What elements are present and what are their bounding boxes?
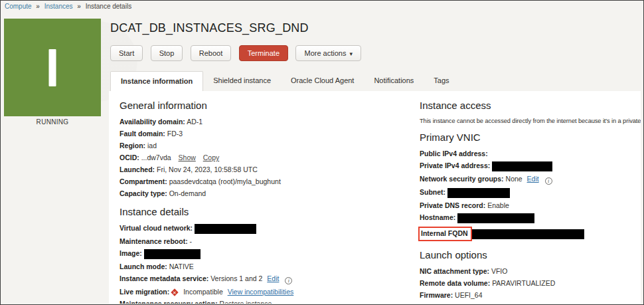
field-hostname: Hostname: (420, 213, 630, 223)
more-actions-label: More actions (304, 49, 346, 57)
field-fault-domain: Fault domain: FD-3 (120, 130, 420, 138)
reboot-button[interactable]: Reboot (191, 45, 231, 61)
redaction-box (447, 188, 510, 198)
breadcrumb-link-compute[interactable]: Compute (5, 3, 32, 10)
internal-fqdn-highlight: Internal FQDN (418, 227, 472, 241)
field-live-migration: Live migration:✕ Incompatible View incom… (120, 288, 420, 296)
instance-information-panel: General information Availability domain:… (109, 91, 641, 304)
field-network-security-groups: Network security groups: None Edit i (420, 175, 630, 185)
field-launched: Launched: Fri, Nov 24, 2023, 10:58:58 UT… (120, 165, 420, 174)
field-subnet: Subnet: (420, 188, 630, 198)
field-image: Image: (120, 249, 420, 259)
breadcrumb-link-instances[interactable]: Instances (44, 3, 73, 10)
field-nic-attachment-type: NIC attachment type: VFIO (420, 267, 630, 276)
incompatible-diamond-icon: ✕ (171, 288, 179, 296)
field-boot-volume-type: Boot volume type: PARAVIRTUALIZED (420, 303, 630, 304)
redaction-box (195, 224, 256, 234)
field-maintenance-reboot: Maintenance reboot: - (120, 237, 420, 246)
field-region: Region: iad (120, 142, 420, 150)
field-maintenance-recovery-action: Maintenance recovery action: Restore ins… (120, 300, 420, 304)
info-icon[interactable]: i (545, 177, 552, 185)
page-title: DCAT_DB_INSTNACES_SRG_DND (110, 21, 641, 35)
stop-button[interactable]: Stop (151, 45, 183, 61)
breadcrumb-current: Instance details (86, 3, 132, 10)
status-badge: RUNNING (4, 118, 101, 126)
instance-details-heading: Instance details (120, 206, 420, 217)
metadata-edit-link[interactable]: Edit (267, 274, 279, 282)
field-compartment: Compartment: paasdevdcatqa (root)/myla_b… (120, 177, 420, 186)
ocid-copy-link[interactable]: Copy (203, 153, 220, 161)
breadcrumb-separator: » (36, 3, 40, 10)
field-firmware: Firmware: UEFI_64 (420, 291, 630, 300)
tab-shielded-instance[interactable]: Shielded instance (203, 71, 281, 91)
instance-state-icon (4, 19, 101, 116)
action-toolbar: Start Stop Reboot Terminate More actions… (110, 45, 641, 61)
nsg-edit-link[interactable]: Edit (527, 175, 539, 183)
redaction-box (144, 249, 201, 259)
instance-letter-glyph (49, 49, 56, 86)
tab-tags[interactable]: Tags (424, 71, 459, 91)
field-internal-fqdn: Internal FQDN (420, 227, 630, 241)
breadcrumb: Compute » Instances » Instance details (5, 3, 131, 10)
field-private-ipv4: Private IPv4 address: (420, 161, 630, 171)
tab-notifications[interactable]: Notifications (364, 71, 424, 91)
tab-oracle-cloud-agent[interactable]: Oracle Cloud Agent (281, 71, 364, 91)
redaction-box (492, 161, 552, 171)
field-capacity-type: Capacity type: On-demand (120, 189, 420, 198)
redaction-box (472, 229, 584, 239)
field-public-ipv4: Public IPv4 address: (420, 150, 630, 158)
redaction-box (457, 213, 534, 223)
caret-down-icon: ▾ (349, 51, 353, 57)
field-instance-metadata-service: Instance metadata service: Versions 1 an… (120, 274, 420, 284)
instance-access-heading: Instance access (420, 100, 630, 111)
main-content: DCAT_DB_INSTNACES_SRG_DND Start Stop Reb… (109, 21, 641, 304)
tab-bar: Instance information Shielded instance O… (110, 71, 641, 91)
start-button[interactable]: Start (110, 45, 143, 61)
terminate-button[interactable]: Terminate (239, 45, 288, 61)
field-launch-mode: Launch mode: NATIVE (120, 262, 420, 271)
more-actions-button[interactable]: More actions▾ (295, 45, 361, 61)
left-column: General information Availability domain:… (120, 100, 420, 304)
info-icon[interactable]: i (285, 277, 292, 284)
tab-instance-information[interactable]: Instance information (110, 71, 203, 91)
launch-options-heading: Launch options (420, 249, 630, 260)
field-private-dns-record: Private DNS record: Enable (420, 201, 630, 210)
oci-instance-details-page: Compute » Instances » Instance details R… (0, 0, 644, 305)
field-remote-data-volume: Remote data volume: PARAVIRTUALIZED (420, 279, 630, 288)
ocid-show-link[interactable]: Show (179, 153, 196, 161)
field-availability-domain: Availability domain: AD-1 (120, 118, 420, 126)
breadcrumb-separator: » (77, 3, 81, 10)
instance-access-description: This instance cannot be accessed directl… (420, 118, 630, 124)
view-incompatibilities-link[interactable]: View incompatibilities (228, 288, 294, 296)
primary-vnic-heading: Primary VNIC (420, 132, 630, 143)
field-ocid: OCID: ...dw7vda Show Copy (120, 153, 420, 162)
field-virtual-cloud-network: Virtual cloud network: (120, 224, 420, 234)
right-column: Instance access This instance cannot be … (420, 100, 630, 304)
general-information-heading: General information (120, 100, 420, 111)
